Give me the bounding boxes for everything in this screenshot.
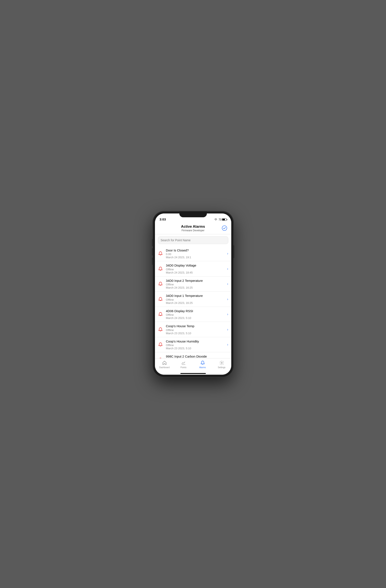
alarm-name: Coop's House Temp xyxy=(166,324,226,328)
alarm-value: Offline xyxy=(166,283,226,286)
svg-point-1 xyxy=(160,252,161,252)
tab-settings[interactable]: Settings xyxy=(212,360,231,369)
alarm-value: Offline xyxy=(166,268,226,271)
alarm-timestamp: March 24 2023, 19:1 xyxy=(166,256,226,259)
svg-point-5 xyxy=(160,312,161,313)
alarm-item[interactable]: 998C Input 2 Carbon Dioxide Offline Marc… xyxy=(155,352,231,358)
tab-points-label: Points xyxy=(181,366,187,369)
search-container xyxy=(155,234,231,246)
alarm-content: 4D06 Display RSSI Offline March 24 2023,… xyxy=(166,309,226,320)
chevron-right-icon: › xyxy=(227,328,228,332)
svg-point-6 xyxy=(160,327,161,328)
alarm-item[interactable]: 34D0 Display Voltage Offline March 24 20… xyxy=(155,261,231,276)
alarm-list: Door Is Closed? 0.00 March 24 2023, 19:1… xyxy=(155,246,231,358)
alarm-item[interactable]: 34D0 Input 1 Temperature Offline March 2… xyxy=(155,292,231,307)
svg-point-2 xyxy=(160,267,161,267)
chevron-right-icon: › xyxy=(227,343,228,347)
chevron-right-icon: › xyxy=(227,282,228,286)
svg-point-11 xyxy=(221,362,222,363)
svg-point-0 xyxy=(222,226,227,231)
alarm-content: 34D0 Input 1 Temperature Offline March 2… xyxy=(166,294,226,305)
battery-container: 73 xyxy=(218,218,226,221)
tab-dashboard-label: Dashboard xyxy=(159,366,170,369)
alarm-bell-icon xyxy=(157,296,164,303)
alarm-name: 34D0 Display Voltage xyxy=(166,263,226,268)
battery-level: 73 xyxy=(218,218,221,221)
alarm-timestamp: March 23 2023, 5:10 xyxy=(166,332,226,335)
chevron-right-icon: › xyxy=(227,267,228,271)
gear-icon xyxy=(219,360,225,366)
tab-alarms[interactable]: Alarms xyxy=(193,360,212,369)
alarm-value: Offline xyxy=(166,298,226,301)
alarm-name: Coop's House Humidity xyxy=(166,339,226,344)
alarm-timestamp: March 23 2023, 5:10 xyxy=(166,347,226,350)
alarm-content: 998C Input 2 Carbon Dioxide Offline Marc… xyxy=(166,354,226,358)
tab-alarms-label: Alarms xyxy=(199,366,206,369)
header-center: Active Alarms Firmware Developer xyxy=(165,225,221,232)
check-action-button[interactable] xyxy=(221,225,228,231)
alarm-item[interactable]: 4D06 Display RSSI Offline March 24 2023,… xyxy=(155,307,231,322)
tab-dashboard[interactable]: Dashboard xyxy=(155,360,174,369)
alarm-content: Coop's House Temp Offline March 23 2023,… xyxy=(166,324,226,335)
alarm-item[interactable]: Coop's House Humidity Offline March 23 2… xyxy=(155,337,231,353)
home-icon xyxy=(162,360,167,366)
tab-settings-label: Settings xyxy=(218,366,225,369)
svg-point-7 xyxy=(160,342,161,343)
notch xyxy=(179,211,207,217)
alarm-bell-icon xyxy=(157,280,164,287)
chevron-right-icon: › xyxy=(227,312,228,316)
phone-frame: 3:03 73 Active A xyxy=(153,211,233,377)
svg-point-4 xyxy=(160,297,161,298)
alarm-content: 34D0 Display Voltage Offline March 24 20… xyxy=(166,263,226,274)
home-indicator xyxy=(155,374,231,375)
check-circle-icon xyxy=(222,225,228,231)
alarm-timestamp: March 24 2023, 18:45 xyxy=(166,271,226,274)
alarm-value: Offline xyxy=(166,313,226,316)
alarm-content: Door Is Closed? 0.00 March 24 2023, 19:1 xyxy=(166,248,226,259)
chevron-right-icon: › xyxy=(227,297,228,301)
wifi-icon xyxy=(214,218,217,221)
alarm-value: Offline xyxy=(166,329,226,332)
alarm-value: Offline xyxy=(166,344,226,347)
tab-bar: Dashboard Points xyxy=(155,358,231,374)
alarm-bell-icon xyxy=(157,250,164,257)
alarm-name: 34D0 Input 2 Temperature xyxy=(166,279,226,283)
header-subtitle: Firmware Developer xyxy=(165,229,221,232)
alarm-bell-icon xyxy=(157,326,164,333)
chart-icon xyxy=(181,360,186,366)
header: Active Alarms Firmware Developer xyxy=(155,223,231,234)
status-icons: 73 xyxy=(214,218,226,222)
alarm-name: 4D06 Display RSSI xyxy=(166,309,226,313)
alarm-value: 0.00 xyxy=(166,252,226,256)
phone-screen: 3:03 73 Active A xyxy=(155,213,231,375)
alarm-name: 34D0 Input 1 Temperature xyxy=(166,294,226,298)
status-time: 3:03 xyxy=(160,217,166,222)
alarm-bell-icon xyxy=(157,265,164,272)
page-title: Active Alarms xyxy=(165,225,221,229)
alarm-content: Coop's House Humidity Offline March 23 2… xyxy=(166,339,226,350)
alarm-bell-icon xyxy=(157,311,164,318)
alarm-item[interactable]: Door Is Closed? 0.00 March 24 2023, 19:1… xyxy=(155,246,231,261)
chevron-right-icon: › xyxy=(227,252,228,255)
svg-point-10 xyxy=(202,360,203,361)
alarm-content: 34D0 Input 2 Temperature Offline March 2… xyxy=(166,279,226,290)
alarm-item[interactable]: 34D0 Input 2 Temperature Offline March 2… xyxy=(155,276,231,292)
alarm-bell-icon xyxy=(157,341,164,348)
home-bar xyxy=(180,373,206,374)
battery-icon xyxy=(222,218,227,221)
alarm-timestamp: March 24 2023, 16:25 xyxy=(166,301,226,305)
alarm-bell-icon xyxy=(157,357,164,358)
alarm-name: Door Is Closed? xyxy=(166,248,226,252)
tab-points[interactable]: Points xyxy=(174,360,193,369)
svg-point-3 xyxy=(160,282,161,282)
search-input[interactable] xyxy=(158,236,228,244)
alarm-name: 998C Input 2 Carbon Dioxide xyxy=(166,354,226,358)
alarm-timestamp: March 24 2023, 5:10 xyxy=(166,316,226,319)
alarm-tab-icon xyxy=(200,360,205,366)
battery-fill xyxy=(222,219,225,220)
alarm-timestamp: March 24 2023, 16:25 xyxy=(166,286,226,289)
alarm-item[interactable]: Coop's House Temp Offline March 23 2023,… xyxy=(155,322,231,337)
